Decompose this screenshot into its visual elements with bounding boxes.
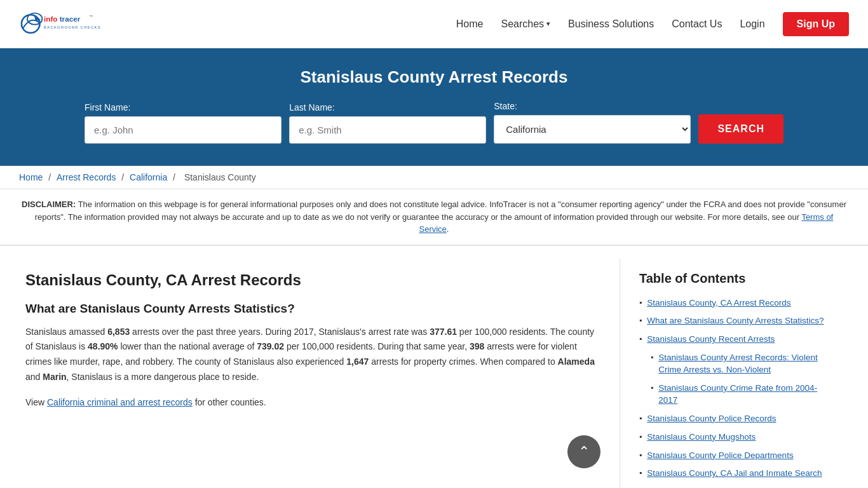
p1-bold1: 6,853: [107, 327, 130, 337]
last-name-input[interactable]: [289, 116, 486, 144]
p1-mid4: per 100,000 residents. During that same …: [284, 341, 470, 351]
search-button[interactable]: SEARCH: [698, 114, 783, 144]
p1-bold3: 48.90%: [88, 341, 118, 351]
first-name-input[interactable]: [85, 116, 281, 144]
p1-bold7: Alameda: [558, 356, 595, 367]
table-of-contents-sidebar: Table of Contents Stanislaus County, CA …: [620, 259, 849, 489]
toc-item-link-4[interactable]: Stanislaus County Crime Rate from 2004-2…: [658, 383, 836, 407]
first-name-label: First Name:: [85, 102, 130, 112]
p1-bold2: 377.61: [430, 327, 457, 337]
article-h2: Stanislaus County, CA Arrest Records: [25, 271, 600, 289]
disclaimer-bar: DISCLAIMER: The information on this webp…: [0, 189, 868, 246]
toc-item-link-0[interactable]: Stanislaus County, CA Arrest Records: [647, 297, 790, 309]
toc-item-link-7[interactable]: Stanislaus County Police Departments: [647, 450, 793, 462]
toc-item-link-6[interactable]: Stanislaus County Mugshots: [647, 431, 756, 444]
article: Stanislaus County, CA Arrest Records Wha…: [19, 259, 620, 489]
toc-list-item-4: Stanislaus County Crime Rate from 2004-2…: [651, 383, 836, 407]
state-group: State: California Alabama Alaska Arizona…: [494, 101, 691, 144]
chevron-down-icon: ▾: [546, 20, 550, 28]
logo[interactable]: info tracer ™ BACKGROUND CHECKS: [19, 6, 102, 41]
breadcrumb-sep3: /: [173, 172, 178, 182]
breadcrumb: Home / Arrest Records / California / Sta…: [0, 166, 868, 189]
state-select[interactable]: California Alabama Alaska Arizona Arkans…: [494, 115, 691, 144]
article-paragraph-1: Stanislaus amassed 6,853 arrests over th…: [25, 325, 600, 385]
last-name-group: Last Name:: [289, 102, 486, 144]
svg-text:™: ™: [90, 15, 93, 18]
p1-mid6: arrests for property crimes. When compar…: [369, 356, 557, 367]
p1-mid3: lower than the national average of: [118, 341, 257, 351]
toc-list-item-3: Stanislaus County Arrest Records: Violen…: [651, 352, 836, 376]
disclaimer-period: .: [447, 224, 449, 234]
signup-button[interactable]: Sign Up: [783, 12, 849, 36]
login-button[interactable]: Login: [740, 18, 764, 30]
p1-end: , Stanislaus is a more dangerous place t…: [67, 372, 259, 382]
toc-item-link-2[interactable]: Stanislaus County Recent Arrests: [647, 334, 775, 346]
disclaimer-text: The information on this webpage is for g…: [35, 200, 846, 222]
toc-list-item-6: Stanislaus County Mugshots: [639, 431, 836, 444]
toc-list-item-8: Stanislaus County, CA Jail and Inmate Se…: [639, 468, 836, 480]
article-h3: What are Stanislaus County Arrests Stati…: [25, 302, 600, 316]
breadcrumb-sep1: /: [48, 172, 53, 182]
nav-home[interactable]: Home: [456, 18, 484, 30]
scroll-to-top-button[interactable]: ⌃: [567, 435, 600, 468]
breadcrumb-arrest-records[interactable]: Arrest Records: [57, 172, 116, 182]
california-records-link[interactable]: California criminal and arrest records: [47, 397, 193, 407]
nav-searches[interactable]: Searches ▾: [501, 18, 550, 30]
p2-before: View: [25, 397, 47, 407]
svg-text:BACKGROUND CHECKS: BACKGROUND CHECKS: [44, 25, 101, 29]
first-name-group: First Name:: [85, 102, 281, 144]
hero-section: Stanislaus County Arrest Records First N…: [0, 48, 868, 166]
article-paragraph-2: View California criminal and arrest reco…: [25, 395, 600, 410]
nav-contact-us[interactable]: Contact Us: [672, 18, 722, 30]
breadcrumb-stanislaus-county: Stanislaus County: [184, 172, 256, 182]
breadcrumb-california[interactable]: California: [130, 172, 167, 182]
search-form: First Name: Last Name: State: California…: [85, 101, 783, 144]
p1-bold4: 739.02: [257, 341, 284, 351]
p1-mid1: arrests over the past three years. Durin…: [130, 327, 430, 337]
toc-item-link-1[interactable]: What are Stanislaus County Arrests Stati…: [647, 315, 824, 327]
toc-item-link-8[interactable]: Stanislaus County, CA Jail and Inmate Se…: [647, 468, 822, 480]
p1-text1: Stanislaus amassed: [25, 327, 107, 337]
nav-searches-link[interactable]: Searches: [501, 18, 544, 30]
toc-item-link-3[interactable]: Stanislaus County Arrest Records: Violen…: [658, 352, 836, 376]
toc-item-link-5[interactable]: Stanislaus County Police Records: [647, 413, 776, 425]
nav-business-solutions[interactable]: Business Solutions: [568, 18, 654, 30]
toc-list-item-0: Stanislaus County, CA Arrest Records: [639, 297, 836, 309]
breadcrumb-home[interactable]: Home: [19, 172, 43, 182]
toc-list-item-7: Stanislaus County Police Departments: [639, 450, 836, 462]
svg-text:info: info: [44, 15, 57, 23]
toc-list: Stanislaus County, CA Arrest RecordsWhat…: [639, 297, 836, 480]
main-nav: Home Searches ▾ Business Solutions Conta…: [456, 12, 849, 36]
svg-text:tracer: tracer: [60, 15, 81, 23]
page-title: Stanislaus County Arrest Records: [25, 67, 843, 87]
toc-list-item-1: What are Stanislaus County Arrests Stati…: [639, 315, 836, 327]
p1-bold5: 398: [470, 341, 484, 351]
p2-after: for other counties.: [193, 397, 266, 407]
toc-list-item-2: Stanislaus County Recent Arrests: [639, 334, 836, 346]
state-label: State:: [494, 101, 517, 111]
breadcrumb-sep2: /: [121, 172, 126, 182]
p1-mid7: and: [25, 372, 43, 382]
p1-bold6: 1,647: [346, 356, 369, 367]
main-content: Stanislaus County, CA Arrest Records Wha…: [0, 246, 868, 489]
toc-list-item-5: Stanislaus County Police Records: [639, 413, 836, 425]
p1-bold8: Marin: [43, 372, 66, 382]
site-header: info tracer ™ BACKGROUND CHECKS Home Sea…: [0, 0, 868, 48]
toc-title: Table of Contents: [639, 271, 836, 286]
disclaimer-label: DISCLAIMER:: [22, 200, 76, 209]
last-name-label: Last Name:: [289, 102, 335, 112]
